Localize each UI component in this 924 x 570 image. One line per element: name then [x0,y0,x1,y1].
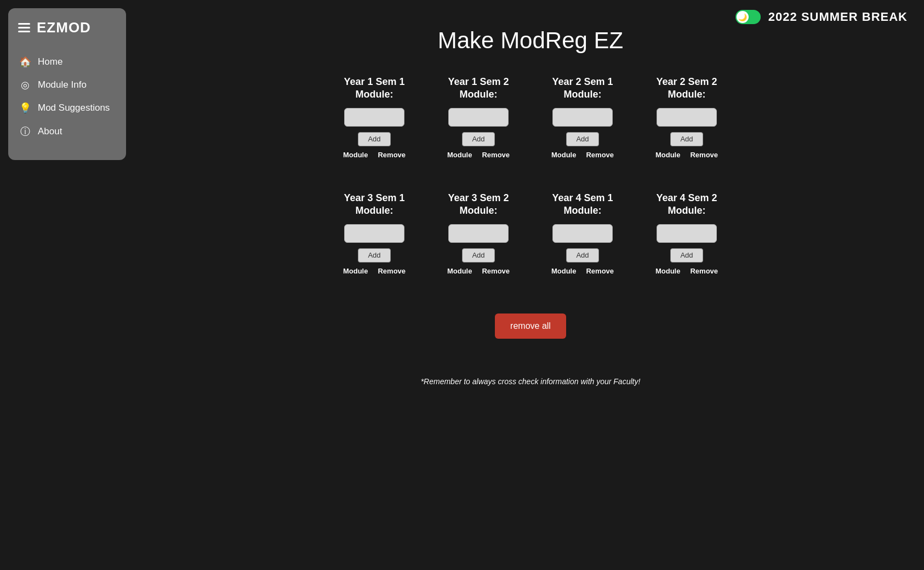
bulb-icon: 💡 [19,102,31,114]
y1s2-remove-col: Remove [482,151,510,159]
y3s2-add-button[interactable]: Add [462,248,495,263]
hamburger-icon[interactable] [18,23,30,32]
main-content: Make ModReg EZ Year 1 Sem 1Module: Add M… [137,0,924,419]
semester-col-y2s2: Year 2 Sem 2Module: Add Module Remove [651,76,722,159]
remove-all-button[interactable]: remove all [495,314,566,339]
y1s2-add-button[interactable]: Add [462,132,495,146]
y2s1-module-col: Module [551,151,577,159]
y2s1-label: Year 2 Sem 1Module: [552,76,613,101]
y1s2-col-headers: Module Remove [447,151,510,159]
y3s1-module-col: Module [343,267,368,275]
toggle-track: 🌙 [735,10,761,24]
y2s2-module-col: Module [655,151,681,159]
app-title: EZMOD [37,19,91,36]
y3s1-input[interactable] [344,224,404,243]
semester-row-2: Year 3 Sem 1Module: Add Module Remove Ye… [339,192,722,275]
sidebar-item-mod-suggestions[interactable]: 💡 Mod Suggestions [8,96,126,119]
info-icon: ◎ [19,79,31,91]
y1s1-col-headers: Module Remove [343,151,406,159]
semester-col-y4s1: Year 4 Sem 1Module: Add Module Remove [547,192,618,275]
semester-col-y3s2: Year 3 Sem 2Module: Add Module Remove [443,192,514,275]
dark-mode-toggle[interactable]: 🌙 [735,10,761,24]
sidebar-item-about[interactable]: ⓘ About [8,119,126,144]
y2s2-remove-col: Remove [690,151,718,159]
y3s1-add-button[interactable]: Add [358,248,391,263]
y4s1-add-button[interactable]: Add [566,248,599,263]
semester-col-y3s1: Year 3 Sem 1Module: Add Module Remove [339,192,410,275]
home-icon: 🏠 [19,56,31,68]
y3s2-module-col: Module [447,267,472,275]
sidebar-nav: 🏠 Home ◎ Module Info 💡 Mod Suggestions ⓘ… [8,45,126,149]
y2s2-col-headers: Module Remove [655,151,718,159]
y4s1-module-col: Module [551,267,577,275]
y1s2-label: Year 1 Sem 2Module: [448,76,509,101]
y4s2-col-headers: Module Remove [655,267,718,275]
sidebar-item-about-label: About [38,126,62,137]
y4s2-add-button[interactable]: Add [670,248,703,263]
y2s1-input[interactable] [552,108,613,127]
semester-col-y4s2: Year 4 Sem 2Module: Add Module Remove [651,192,722,275]
y2s1-col-headers: Module Remove [551,151,614,159]
sidebar-item-module-info[interactable]: ◎ Module Info [8,73,126,96]
y1s1-add-button[interactable]: Add [358,132,391,146]
y1s2-module-col: Module [447,151,472,159]
y3s2-remove-col: Remove [482,267,510,275]
y4s1-remove-col: Remove [586,267,614,275]
y2s1-remove-col: Remove [586,151,614,159]
y4s2-input[interactable] [657,224,717,243]
sidebar-item-module-info-label: Module Info [38,79,87,90]
footer-note: *Remember to always cross check informat… [421,377,641,386]
y4s1-input[interactable] [552,224,613,243]
y4s2-remove-col: Remove [690,267,718,275]
y2s2-label: Year 2 Sem 2Module: [656,76,717,101]
y3s2-label: Year 3 Sem 2Module: [448,192,509,218]
y1s1-label: Year 1 Sem 1Module: [344,76,404,101]
y1s1-remove-col: Remove [378,151,406,159]
y2s2-input[interactable] [657,108,717,127]
sidebar-item-home-label: Home [38,56,62,67]
y4s1-label: Year 4 Sem 1Module: [552,192,613,218]
sidebar-item-home[interactable]: 🏠 Home [8,50,126,73]
y3s2-input[interactable] [448,224,509,243]
y3s1-remove-col: Remove [378,267,406,275]
y1s1-module-col: Module [343,151,368,159]
y4s2-module-col: Module [655,267,681,275]
semester-row-1: Year 1 Sem 1Module: Add Module Remove Ye… [339,76,722,159]
about-icon: ⓘ [19,125,31,138]
sidebar-header: EZMOD [8,17,126,45]
y1s2-input[interactable] [448,108,509,127]
y4s1-col-headers: Module Remove [551,267,614,275]
sidebar: EZMOD 🏠 Home ◎ Module Info 💡 Mod Suggest… [8,8,126,160]
page-title: Make ModReg EZ [438,27,623,54]
season-badge: 2022 SUMMER BREAK [768,10,908,24]
y3s1-col-headers: Module Remove [343,267,406,275]
y4s2-label: Year 4 Sem 2Module: [656,192,717,218]
y3s2-col-headers: Module Remove [447,267,510,275]
y2s1-add-button[interactable]: Add [566,132,599,146]
semester-col-y1s2: Year 1 Sem 2Module: Add Module Remove [443,76,514,159]
y2s2-add-button[interactable]: Add [670,132,703,146]
header-badge: 🌙 2022 SUMMER BREAK [735,10,908,24]
sidebar-item-mod-suggestions-label: Mod Suggestions [38,102,110,113]
moon-icon: 🌙 [737,11,749,23]
y3s1-label: Year 3 Sem 1Module: [344,192,404,218]
y1s1-input[interactable] [344,108,404,127]
semester-col-y2s1: Year 2 Sem 1Module: Add Module Remove [547,76,618,159]
semester-col-y1s1: Year 1 Sem 1Module: Add Module Remove [339,76,410,159]
